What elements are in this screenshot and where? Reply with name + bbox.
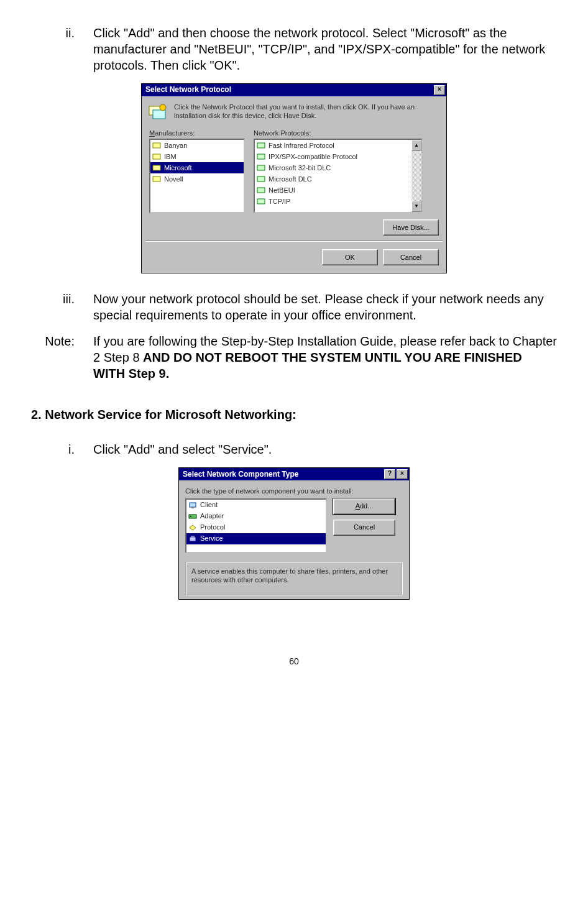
svg-rect-9 <box>257 165 265 170</box>
ok-button[interactable]: OK <box>322 249 378 265</box>
svg-rect-6 <box>153 176 160 181</box>
svg-rect-17 <box>190 537 196 541</box>
protocols-label: Network Protocols: <box>254 129 423 137</box>
protocol-icon <box>256 186 266 195</box>
manufacturers-label: Manufacturers: <box>149 129 245 137</box>
dialog2-description: A service enables this computer to share… <box>185 562 403 595</box>
protocol-icon <box>256 175 266 183</box>
page-number: 60 <box>31 656 557 667</box>
dialog2-title: Select Network Component Type <box>183 470 298 480</box>
step-ii-text: Click "Add" and then choose the network … <box>93 25 557 73</box>
protocols-list[interactable]: Fast Infrared Protocol IPX/SPX-compatibl… <box>254 139 423 213</box>
protocol-icon <box>256 197 266 206</box>
cancel-button[interactable]: Cancel <box>383 249 439 265</box>
list-item-selected[interactable]: Service <box>186 533 326 544</box>
svg-rect-16 <box>190 516 191 517</box>
list-item[interactable]: Microsoft 32-bit DLC <box>255 162 421 173</box>
svg-rect-7 <box>257 143 265 148</box>
select-network-protocol-dialog: Select Network Protocol × Click the Netw… <box>141 83 447 273</box>
cancel-button[interactable]: Cancel <box>333 520 395 536</box>
protocol-icon <box>256 163 266 172</box>
component-type-list[interactable]: Client Adapter Protocol Service <box>185 498 327 553</box>
svg-rect-4 <box>153 154 160 159</box>
svg-rect-10 <box>257 176 265 181</box>
section-heading-2: 2. Network Service for Microsoft Network… <box>31 406 557 423</box>
adapter-icon <box>188 512 198 521</box>
svg-point-2 <box>160 104 166 111</box>
list-item[interactable]: NetBEUI <box>255 185 421 196</box>
svg-rect-3 <box>153 143 160 148</box>
close-icon[interactable]: × <box>397 469 408 479</box>
select-network-component-dialog: Select Network Component Type ? × Click … <box>178 467 410 599</box>
scrollbar[interactable]: ▲ ▼ <box>411 140 421 212</box>
list-item[interactable]: TCP/IP <box>255 196 421 207</box>
vendor-icon <box>152 152 162 161</box>
svg-rect-5 <box>153 165 160 170</box>
svg-rect-14 <box>191 507 194 508</box>
step-iii-marker: iii. <box>31 291 93 323</box>
help-icon[interactable]: ? <box>384 469 395 479</box>
step-i-marker: i. <box>31 441 93 457</box>
list-item-selected[interactable]: Microsoft <box>150 162 244 173</box>
manufacturers-list[interactable]: Banyan IBM Microsoft Novell <box>149 139 245 213</box>
list-item[interactable]: Fast Infrared Protocol <box>255 140 421 151</box>
have-disk-button[interactable]: Have Disk... <box>383 219 439 236</box>
scroll-track[interactable] <box>411 151 421 201</box>
add-button[interactable]: Add... <box>333 498 395 515</box>
svg-rect-12 <box>257 199 265 204</box>
vendor-icon <box>152 175 162 183</box>
note-text: If you are following the Step-by-Step In… <box>93 333 557 382</box>
protocol-icon <box>188 523 198 532</box>
svg-rect-8 <box>257 154 265 159</box>
svg-rect-13 <box>190 503 196 507</box>
note-marker: Note: <box>31 333 93 382</box>
dialog2-prompt: Click the type of network component you … <box>185 487 403 495</box>
list-item[interactable]: Banyan <box>150 140 244 151</box>
scroll-down-icon[interactable]: ▼ <box>411 201 421 212</box>
list-item[interactable]: Client <box>186 500 326 511</box>
close-icon[interactable]: × <box>434 85 445 95</box>
dialog1-instruction: Click the Network Protocol that you want… <box>174 103 440 121</box>
protocol-wizard-icon <box>148 103 168 122</box>
svg-rect-18 <box>191 536 195 538</box>
step-ii-marker: ii. <box>31 25 93 73</box>
dialog2-titlebar: Select Network Component Type ? × <box>179 468 409 480</box>
svg-rect-11 <box>257 188 265 193</box>
svg-rect-15 <box>189 515 196 518</box>
list-item[interactable]: IBM <box>150 151 244 162</box>
step-iii-text: Now your network protocol should be set.… <box>93 291 557 323</box>
divider <box>145 241 443 242</box>
client-icon <box>188 501 198 510</box>
dialog1-title: Select Network Protocol <box>145 85 231 95</box>
scroll-up-icon[interactable]: ▲ <box>411 140 421 151</box>
list-item[interactable]: Protocol <box>186 522 326 533</box>
list-item[interactable]: Novell <box>150 173 244 185</box>
step-i-text: Click "Add" and select "Service". <box>93 441 557 457</box>
dialog1-titlebar: Select Network Protocol × <box>142 84 446 96</box>
vendor-icon <box>152 141 162 150</box>
list-item[interactable]: IPX/SPX-compatible Protocol <box>255 151 421 162</box>
svg-rect-1 <box>153 110 165 119</box>
vendor-icon <box>152 163 162 172</box>
list-item[interactable]: Microsoft DLC <box>255 173 421 185</box>
service-icon <box>188 534 198 543</box>
list-item[interactable]: Adapter <box>186 511 326 522</box>
protocol-icon <box>256 141 266 150</box>
protocol-icon <box>256 152 266 161</box>
